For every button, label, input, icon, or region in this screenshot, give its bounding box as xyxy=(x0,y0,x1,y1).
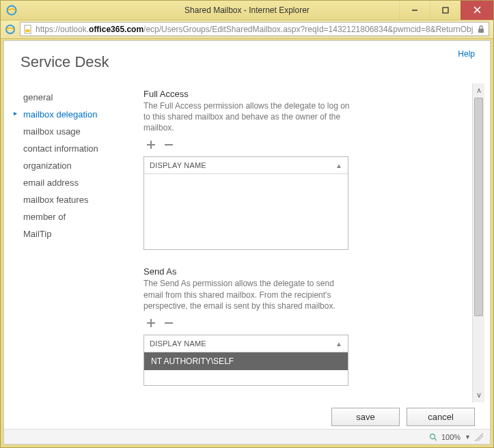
ie-logo-icon xyxy=(5,24,16,35)
nav-item-mailbox-usage[interactable]: mailbox usage xyxy=(18,123,141,140)
page-favicon-icon xyxy=(23,25,33,34)
svg-rect-8 xyxy=(478,29,484,33)
svg-point-15 xyxy=(430,434,435,438)
scroll-down-icon[interactable]: ∨ xyxy=(476,388,482,402)
column-label: DISPLAY NAME xyxy=(150,161,206,169)
page-title: Service Desk xyxy=(20,53,490,71)
scroll-up-icon[interactable]: ∧ xyxy=(476,83,482,98)
titlebar: Shared Mailbox - Internet Explorer xyxy=(1,1,493,20)
full-access-section: Full Access The Full Access permission a… xyxy=(143,89,464,251)
main-inner: Full Access The Full Access permission a… xyxy=(141,83,472,402)
nav-item-MailTip[interactable]: MailTip xyxy=(18,225,141,242)
svg-point-5 xyxy=(6,25,14,33)
send-as-column-header[interactable]: DISPLAY NAME ▲ xyxy=(144,335,348,352)
svg-rect-2 xyxy=(443,8,448,13)
remove-icon[interactable] xyxy=(161,316,176,331)
cancel-button[interactable]: cancel xyxy=(407,408,475,426)
send-as-desc: The Send As permission allows the delega… xyxy=(143,278,355,311)
full-access-listbox[interactable]: DISPLAY NAME ▲ xyxy=(143,156,348,250)
full-access-toolbar xyxy=(143,137,464,152)
zoom-dropdown-icon[interactable]: ▼ xyxy=(465,434,471,440)
add-icon[interactable] xyxy=(143,137,159,152)
full-access-rows xyxy=(144,174,348,249)
full-access-title: Full Access xyxy=(143,89,464,99)
list-row[interactable]: NT AUTHORITY\SELF xyxy=(144,352,348,370)
nav-item-organization[interactable]: organization xyxy=(18,157,141,174)
address-bar: https://outlook.office365.com/ecp/UsersG… xyxy=(1,20,493,39)
side-nav: generalmailbox delegationmailbox usageco… xyxy=(18,83,141,402)
nav-item-mailbox-delegation[interactable]: mailbox delegation xyxy=(18,106,141,123)
nav-item-mailbox-features[interactable]: mailbox features xyxy=(18,191,141,208)
send-as-listbox[interactable]: DISPLAY NAME ▲ NT AUTHORITY\SELF xyxy=(143,335,348,386)
vertical-scrollbar[interactable]: ∧ ∨ xyxy=(472,83,484,402)
page-content: Help Service Desk generalmailbox delegat… xyxy=(3,40,491,445)
save-button[interactable]: save xyxy=(331,408,400,426)
send-as-toolbar xyxy=(143,316,464,331)
column-label: DISPLAY NAME xyxy=(150,339,206,348)
scroll-thumb[interactable] xyxy=(474,98,483,316)
svg-line-16 xyxy=(434,438,437,440)
lock-icon xyxy=(476,25,486,34)
help-link[interactable]: Help xyxy=(458,49,475,59)
nav-item-member-of[interactable]: member of xyxy=(18,208,141,225)
add-icon[interactable] xyxy=(143,316,159,331)
close-button[interactable] xyxy=(461,1,493,20)
send-as-title: Send As xyxy=(143,266,464,277)
nav-item-contact-information[interactable]: contact information xyxy=(18,140,141,157)
ie-app-icon xyxy=(6,5,17,16)
svg-rect-7 xyxy=(26,29,30,32)
window-frame: Shared Mailbox - Internet Explorer htt xyxy=(0,0,494,448)
sort-caret-icon: ▲ xyxy=(335,340,342,348)
send-as-rows: NT AUTHORITY\SELF xyxy=(144,352,348,385)
send-as-section: Send As The Send As permission allows th… xyxy=(143,266,464,386)
url-text: https://outlook.office365.com/ecp/UsersG… xyxy=(36,25,474,34)
main-panel: Full Access The Full Access permission a… xyxy=(141,83,484,402)
body: generalmailbox delegationmailbox usageco… xyxy=(4,83,490,402)
remove-icon[interactable] xyxy=(161,137,176,152)
url-input[interactable]: https://outlook.office365.com/ecp/UsersG… xyxy=(20,22,489,36)
dialog-buttons: save cancel xyxy=(4,402,490,429)
sort-caret-icon: ▲ xyxy=(335,162,342,169)
minimize-button[interactable] xyxy=(399,1,430,20)
nav-item-email-address[interactable]: email address xyxy=(18,174,141,191)
scroll-track[interactable] xyxy=(473,98,484,388)
resize-grip[interactable] xyxy=(475,433,483,441)
window-controls xyxy=(399,1,493,20)
full-access-desc: The Full Access permission allows the de… xyxy=(143,100,355,134)
svg-point-0 xyxy=(8,5,16,14)
zoom-icon[interactable] xyxy=(429,433,437,441)
nav-item-general[interactable]: general xyxy=(18,89,141,106)
zoom-level: 100% xyxy=(441,433,461,441)
maximize-button[interactable] xyxy=(430,1,461,20)
full-access-column-header[interactable]: DISPLAY NAME ▲ xyxy=(144,157,348,174)
status-bar: 100% ▼ xyxy=(4,429,490,444)
